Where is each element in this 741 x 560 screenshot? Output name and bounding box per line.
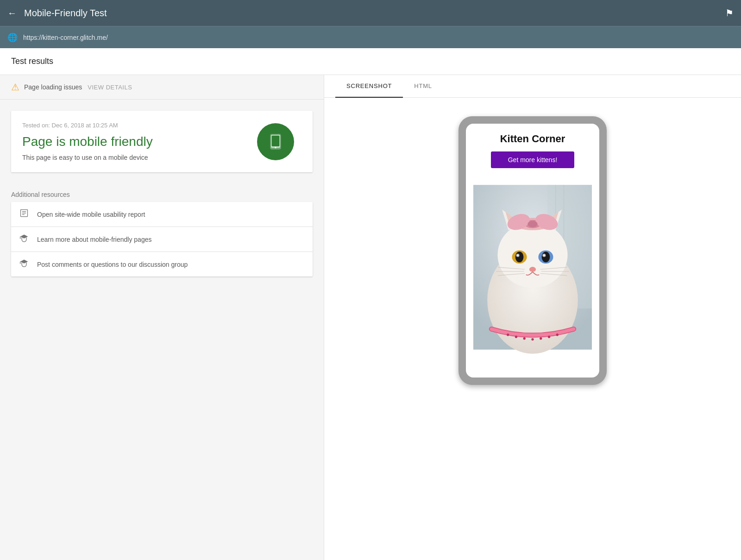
resources-card: Open site-wide mobile usability report L… — [11, 202, 313, 277]
phone-screen: Kitten Corner Get more kittens! — [466, 124, 599, 378]
svg-point-40 — [523, 337, 526, 340]
svg-point-41 — [531, 338, 534, 340]
section-heading: Test results — [0, 48, 741, 75]
back-button[interactable]: ← — [7, 8, 17, 19]
tested-on: Tested on: Dec 6, 2018 at 10:25 AM — [22, 122, 227, 129]
warning-icon: ⚠ — [11, 82, 19, 93]
learn-icon-2 — [19, 258, 30, 270]
view-details-link[interactable]: VIEW DETAILS — [88, 84, 132, 91]
resource-label-2: Learn more about mobile-friendly pages — [37, 236, 151, 243]
right-panel: SCREENSHOT HTML Kitten Corner Get more k… — [324, 75, 741, 560]
svg-point-24 — [515, 252, 524, 262]
svg-point-30 — [543, 254, 545, 256]
svg-point-3 — [275, 146, 276, 148]
result-card-right — [239, 111, 313, 172]
resource-item-1[interactable]: Open site-wide mobile usability report — [11, 202, 313, 227]
svg-point-39 — [515, 336, 517, 338]
additional-resources-heading: Additional resources — [0, 183, 324, 202]
url-display: https://kitten-corner.glitch.me/ — [23, 34, 108, 41]
phone-frame: Kitten Corner Get more kittens! — [458, 116, 607, 385]
result-title: Page is mobile friendly — [22, 134, 227, 149]
url-bar: 🌐 https://kitten-corner.glitch.me/ — [0, 26, 741, 48]
get-kittens-button: Get more kittens! — [491, 151, 574, 168]
svg-point-22 — [527, 221, 537, 227]
mobile-friendly-icon — [257, 123, 294, 160]
cat-image — [473, 175, 592, 360]
resource-label-3: Post comments or questions to our discus… — [37, 261, 188, 268]
warning-bar: ⚠ Page loading issues VIEW DETAILS — [0, 75, 324, 100]
svg-point-42 — [540, 337, 542, 340]
svg-point-44 — [556, 333, 559, 336]
svg-point-38 — [507, 333, 509, 336]
warning-text: Page loading issues — [24, 83, 82, 91]
svg-point-31 — [529, 267, 536, 272]
tab-screenshot[interactable]: SCREENSHOT — [335, 75, 403, 98]
app-title: Mobile-Friendly Test — [24, 8, 725, 19]
learn-icon-1 — [19, 233, 30, 245]
phone-mockup-area: Kitten Corner Get more kittens! — [324, 98, 741, 560]
main-content: ⚠ Page loading issues VIEW DETAILS Teste… — [0, 75, 741, 560]
svg-point-43 — [548, 336, 550, 338]
svg-point-13 — [497, 222, 567, 288]
tabs-bar: SCREENSHOT HTML — [324, 75, 741, 98]
resource-item-2[interactable]: Learn more about mobile-friendly pages — [11, 227, 313, 252]
resource-item-3[interactable]: Post comments or questions to our discus… — [11, 252, 313, 277]
globe-icon: 🌐 — [7, 32, 18, 43]
feedback-icon[interactable]: ⚑ — [725, 7, 734, 19]
resource-label-1: Open site-wide mobile usability report — [37, 211, 145, 218]
svg-rect-2 — [272, 135, 280, 146]
top-bar: ← Mobile-Friendly Test ⚑ — [0, 0, 741, 26]
report-icon — [19, 208, 30, 220]
tab-html[interactable]: HTML — [403, 75, 443, 98]
result-description: This page is easy to use on a mobile dev… — [22, 154, 227, 161]
phone-screen-content: Kitten Corner Get more kittens! — [466, 124, 599, 360]
svg-point-26 — [517, 254, 519, 256]
svg-point-28 — [542, 252, 550, 262]
site-title: Kitten Corner — [473, 133, 592, 145]
left-panel: ⚠ Page loading issues VIEW DETAILS Teste… — [0, 75, 324, 560]
result-card: Tested on: Dec 6, 2018 at 10:25 AM Page … — [11, 111, 313, 172]
result-card-left: Tested on: Dec 6, 2018 at 10:25 AM Page … — [11, 111, 239, 172]
